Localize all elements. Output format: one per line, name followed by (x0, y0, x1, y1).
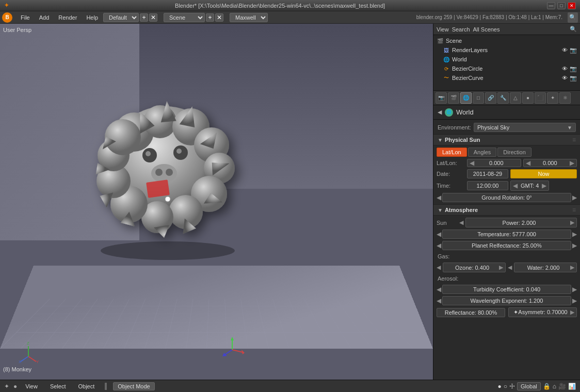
lat-field[interactable]: ◀ 0.000 (467, 159, 521, 167)
turbidity-field[interactable]: Turbidity Coefficient: 0.040 (442, 285, 571, 294)
lon-field[interactable]: ◀ 0.000 ▶ (523, 159, 577, 167)
temperature-field[interactable]: Temperature: 5777.000 (442, 230, 571, 239)
planet-increase-icon[interactable]: ▶ (572, 242, 577, 249)
lon-increase-icon[interactable]: ▶ (570, 159, 574, 167)
sun-decrease-icon[interactable]: ◀ (459, 219, 463, 226)
blender-logo-icon[interactable]: B (2, 12, 12, 23)
viewport[interactable]: User Persp X Y Z (8) Monkey (0, 24, 433, 380)
time-field[interactable]: 12:00:00 (467, 181, 508, 190)
eye-icon-3[interactable]: 👁 (562, 75, 568, 81)
ozone-decrease-icon[interactable]: ◀ (437, 264, 441, 271)
statusbar-icon4[interactable]: 🔒 (543, 383, 551, 390)
constraints-icon[interactable]: 🔗 (485, 92, 496, 104)
statusbar-logo-icon[interactable]: ✦ (4, 383, 9, 390)
maximize-button[interactable]: □ (557, 2, 566, 9)
gmt-increase-icon[interactable]: ▶ (542, 182, 546, 189)
lon-decrease-icon[interactable]: ◀ (526, 159, 530, 167)
outliner-item-renderlayers[interactable]: 🖼 RenderLayers 👁 📷 (433, 45, 580, 55)
eye-icon[interactable]: 👁 (562, 47, 568, 54)
ground-rotation-field[interactable]: Ground Rotation: 0° (442, 193, 571, 202)
statusbar-icon6[interactable]: 🎥 (558, 383, 566, 390)
render-props-icon[interactable]: 📷 (436, 92, 447, 104)
camera-icon-3[interactable]: 📷 (570, 75, 577, 81)
remove-screen-button[interactable]: ✕ (149, 13, 157, 22)
add-scene-button[interactable]: + (206, 13, 214, 22)
minimize-button[interactable]: — (547, 2, 555, 9)
tab-direction[interactable]: Direction (497, 148, 531, 157)
date-field[interactable]: 2011-08-29 (467, 169, 508, 178)
statusbar-icon3[interactable]: ☩ (509, 383, 515, 390)
statusbar-dot-icon[interactable]: ● (13, 383, 17, 390)
eye-icon-2[interactable]: 👁 (562, 66, 568, 72)
outliner-item-world[interactable]: 🌐 World (433, 55, 580, 64)
environment-dropdown[interactable]: Physical Sky ▼ (474, 123, 576, 132)
outliner-allscenes-label[interactable]: All Scenes (473, 26, 500, 32)
camera-icon[interactable]: 📷 (570, 47, 577, 54)
ground-decrease-icon[interactable]: ◀ (437, 194, 441, 201)
power-field[interactable]: Power: 2.000 ▶ (465, 218, 577, 227)
ozone-field[interactable]: Ozone: 0.400 ▶ (443, 263, 506, 272)
statusbar-icon5[interactable]: ⌂ (553, 383, 556, 390)
wavelength-decrease-icon[interactable]: ◀ (437, 297, 441, 304)
remove-scene-button[interactable]: ✕ (215, 13, 223, 22)
physics-icon[interactable]: ⚛ (559, 92, 571, 104)
water-increase-icon[interactable]: ▶ (570, 264, 574, 271)
close-button[interactable]: ✕ (568, 2, 576, 9)
statusbar-global[interactable]: Global (517, 382, 541, 390)
statusbar-icon2[interactable]: ○ (504, 383, 507, 390)
statusbar-view[interactable]: View (21, 382, 42, 390)
temp-decrease-icon[interactable]: ◀ (437, 231, 441, 238)
turbidity-increase-icon[interactable]: ▶ (572, 286, 577, 293)
texture-icon[interactable]: ⬛ (535, 92, 546, 104)
search-button[interactable]: 🔍 (568, 12, 578, 23)
modifier-icon[interactable]: 🔧 (497, 92, 509, 104)
ground-increase-icon[interactable]: ▶ (572, 194, 577, 201)
particle-icon[interactable]: ✦ (547, 92, 558, 104)
camera-icon-2[interactable]: 📷 (570, 66, 577, 72)
object-props-icon[interactable]: □ (473, 92, 484, 104)
ozone-increase-icon[interactable]: ▶ (499, 264, 503, 271)
outliner-view-label[interactable]: View (437, 26, 449, 32)
water-field[interactable]: Water: 2.000 ▶ (514, 263, 577, 272)
object-mode-selector[interactable]: Object Mode (113, 382, 154, 390)
add-screen-button[interactable]: + (140, 13, 148, 22)
tab-latlon[interactable]: Lat/Lon (437, 148, 467, 157)
power-increase-icon[interactable]: ▶ (570, 219, 574, 226)
maxwell-selector[interactable]: Maxwell (230, 13, 268, 22)
menu-render[interactable]: Render (54, 13, 81, 22)
outliner-search-icon[interactable]: 🔍 (570, 26, 577, 32)
temp-increase-icon[interactable]: ▶ (572, 231, 577, 238)
statusbar-icon1[interactable]: ● (497, 383, 501, 390)
wavelength-increase-icon[interactable]: ▶ (572, 297, 577, 304)
gmt-decrease-icon[interactable]: ◀ (513, 182, 518, 189)
asymmetry-field[interactable]: ✦Asymmetr: 0.70000 ▶ (508, 307, 577, 317)
world-props-icon active[interactable]: 🌐 (460, 92, 472, 104)
wavelength-field[interactable]: Wavelength Exponent: 1.200 (442, 296, 571, 305)
back-arrow-icon[interactable]: ◀ (438, 109, 442, 116)
planet-decrease-icon[interactable]: ◀ (437, 242, 441, 249)
data-props-icon[interactable]: △ (510, 92, 521, 104)
outliner-item-beziercurve[interactable]: 〜 BezierCurve 👁 📷 (433, 73, 580, 83)
material-icon[interactable]: ● (522, 92, 534, 104)
asymmetry-increase-icon[interactable]: ▶ (570, 309, 574, 316)
outliner-item-scene[interactable]: 🎬 Scene (433, 36, 580, 45)
scene-selector[interactable]: Scene (164, 13, 205, 22)
scene-props-icon[interactable]: 🎬 (448, 92, 459, 104)
statusbar-select[interactable]: Select (46, 382, 70, 390)
planet-reflectance-field[interactable]: Planet Relfectance: 25.00% (442, 241, 571, 250)
outliner-item-beziercircle[interactable]: ⟳ BezierCircle 👁 📷 (433, 64, 580, 73)
water-decrease-icon[interactable]: ◀ (508, 264, 512, 271)
atmosphere-section[interactable]: ▼ Atmosphere ≡ (433, 204, 580, 216)
reflectance-field[interactable]: Reflectance: 80.00% (437, 308, 505, 317)
lat-decrease-icon[interactable]: ◀ (470, 159, 474, 167)
physical-sun-section[interactable]: ▼ Physical Sun ≡ (433, 134, 580, 145)
now-button[interactable]: Now (510, 169, 577, 178)
menu-file[interactable]: File (17, 13, 34, 22)
menu-add[interactable]: Add (35, 13, 54, 22)
turbidity-decrease-icon[interactable]: ◀ (437, 286, 441, 293)
mode-selector[interactable]: Default (103, 13, 139, 22)
statusbar-icon7[interactable]: 📊 (568, 383, 576, 390)
menu-help[interactable]: Help (82, 13, 102, 22)
gmt-field[interactable]: ◀ GMT: 4 ▶ (510, 181, 549, 191)
tab-angles[interactable]: Angles (468, 148, 497, 157)
